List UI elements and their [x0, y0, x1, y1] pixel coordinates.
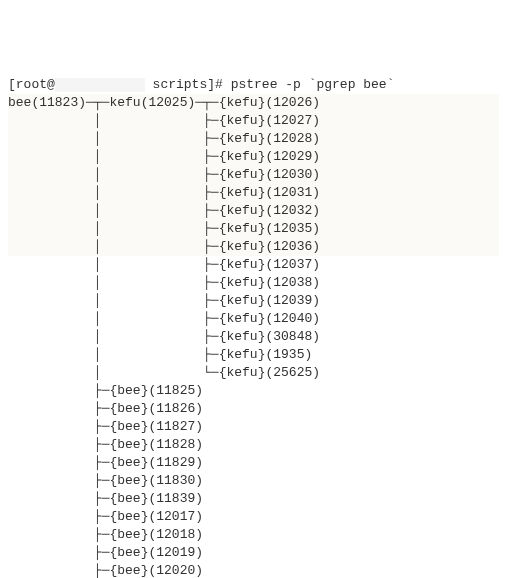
tree-row: │ └─{kefu}(25625) [8, 364, 499, 382]
thread: {kefu}(12030) [219, 167, 320, 182]
indent: │ [8, 365, 203, 380]
command-text: pstree -p `pgrep bee` [231, 77, 395, 92]
prompt-suffix: scripts]# [145, 77, 231, 92]
tree-row: ├─{bee}(11839) [8, 490, 499, 508]
connector: ├─ [94, 437, 110, 452]
thread: {bee}(12019) [109, 545, 203, 560]
tree-row: │ ├─{kefu}(12040) [8, 310, 499, 328]
indent [8, 419, 94, 434]
indent [8, 383, 94, 398]
tree-row: │ ├─{kefu}(12037) [8, 256, 499, 274]
thread: {kefu}(12027) [219, 113, 320, 128]
tree-row: │ ├─{kefu}(1935) [8, 346, 499, 364]
thread: {kefu}(12037) [219, 257, 320, 272]
indent: │ [8, 131, 203, 146]
connector: ├─ [94, 509, 110, 524]
thread: {kefu}(30848) [219, 329, 320, 344]
connector: ├─ [203, 221, 219, 236]
thread: {bee}(12020) [109, 563, 203, 578]
indent: │ [8, 293, 203, 308]
thread: {bee}(11839) [109, 491, 203, 506]
connector: ├─ [203, 275, 219, 290]
thread: {kefu}(12040) [219, 311, 320, 326]
proc-root: bee(11823) [8, 95, 86, 110]
indent: │ [8, 221, 203, 236]
indent: │ [8, 275, 203, 290]
indent: │ [8, 185, 203, 200]
proc-kefu: kefu(12025) [109, 95, 195, 110]
connector: ├─ [203, 185, 219, 200]
tree-row: │ ├─{kefu}(12039) [8, 292, 499, 310]
indent [8, 401, 94, 416]
connector: ├─ [203, 293, 219, 308]
tree-row: │ ├─{kefu}(12038) [8, 274, 499, 292]
thread: {bee}(11829) [109, 455, 203, 470]
connector: ├─ [94, 563, 110, 578]
indent: │ [8, 203, 203, 218]
thread: {kefu}(1935) [219, 347, 313, 362]
tree-row: │ ├─{kefu}(12029) [8, 148, 499, 166]
indent: │ [8, 167, 203, 182]
indent: │ [8, 329, 203, 344]
indent [8, 509, 94, 524]
thread: {kefu}(12028) [219, 131, 320, 146]
thread: {bee}(11827) [109, 419, 203, 434]
connector: ├─ [94, 491, 110, 506]
thread: {kefu}(12039) [219, 293, 320, 308]
tree-row: │ ├─{kefu}(12032) [8, 202, 499, 220]
indent [8, 545, 94, 560]
indent: │ [8, 257, 203, 272]
thread: {kefu}(12031) [219, 185, 320, 200]
thread: {bee}(11826) [109, 401, 203, 416]
connector: ─┬─ [195, 95, 218, 110]
thread: {bee}(11828) [109, 437, 203, 452]
tree-row: ├─{bee}(11830) [8, 472, 499, 490]
tree-row: ├─{bee}(11827) [8, 418, 499, 436]
tree-row: ├─{bee}(11826) [8, 400, 499, 418]
indent [8, 437, 94, 452]
indent: │ [8, 149, 203, 164]
tree-row: ├─{bee}(12018) [8, 526, 499, 544]
tree-row: │ ├─{kefu}(12035) [8, 220, 499, 238]
thread: {bee}(12018) [109, 527, 203, 542]
indent [8, 473, 94, 488]
connector: ├─ [94, 401, 110, 416]
thread: {kefu}(12038) [219, 275, 320, 290]
tree-row: │ ├─{kefu}(12036) [8, 238, 499, 256]
indent [8, 527, 94, 542]
hostname-redacted [55, 78, 145, 92]
thread: {bee}(11830) [109, 473, 203, 488]
connector: ├─ [203, 167, 219, 182]
thread: {bee}(12017) [109, 509, 203, 524]
thread: {kefu}(12035) [219, 221, 320, 236]
connector: ├─ [203, 239, 219, 254]
indent: │ [8, 239, 203, 254]
tree-row: bee(11823)─┬─kefu(12025)─┬─{kefu}(12026) [8, 94, 499, 112]
tree-row: │ ├─{kefu}(12028) [8, 130, 499, 148]
thread: {kefu}(25625) [219, 365, 320, 380]
tree-row: │ ├─{kefu}(12031) [8, 184, 499, 202]
indent: │ [8, 311, 203, 326]
terminal-output: [root@ scripts]# pstree -p `pgrep bee`be… [8, 76, 499, 578]
indent: │ [8, 113, 203, 128]
tree-row: ├─{bee}(11828) [8, 436, 499, 454]
connector: ├─ [203, 347, 219, 362]
thread: {kefu}(12036) [219, 239, 320, 254]
indent [8, 455, 94, 470]
connector: ├─ [203, 203, 219, 218]
connector: ├─ [94, 545, 110, 560]
connector: ├─ [94, 455, 110, 470]
tree-row: ├─{bee}(12017) [8, 508, 499, 526]
thread: {bee}(11825) [109, 383, 203, 398]
connector: ├─ [94, 473, 110, 488]
tree-row: ├─{bee}(12019) [8, 544, 499, 562]
connector: ├─ [203, 311, 219, 326]
indent [8, 563, 94, 578]
tree-row: ├─{bee}(12020) [8, 562, 499, 578]
shell-prompt: [root@ scripts]# pstree -p `pgrep bee` [8, 76, 499, 94]
connector: ├─ [94, 527, 110, 542]
connector: ├─ [203, 257, 219, 272]
connector: ├─ [203, 329, 219, 344]
tree-row: ├─{bee}(11829) [8, 454, 499, 472]
connector: └─ [203, 365, 219, 380]
